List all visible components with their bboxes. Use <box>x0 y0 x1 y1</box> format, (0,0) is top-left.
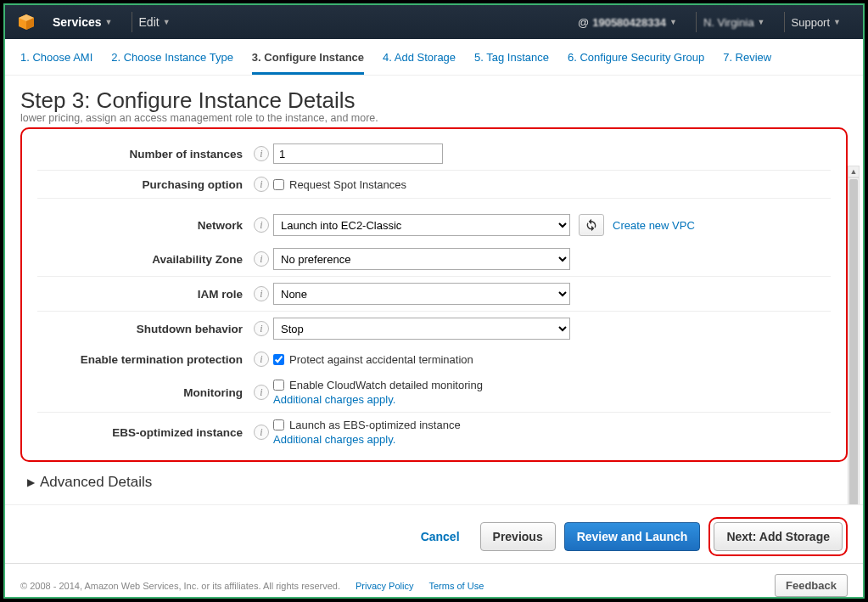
previous-button[interactable]: Previous <box>480 522 556 551</box>
next-button-highlight: Next: Add Storage <box>708 517 848 556</box>
info-icon[interactable]: i <box>254 425 269 440</box>
termination-protection-checkbox[interactable] <box>273 354 284 365</box>
step-add-storage[interactable]: 4. Add Storage <box>383 51 456 75</box>
request-spot-label: Request Spot Instances <box>289 178 406 191</box>
info-icon[interactable]: i <box>254 352 269 367</box>
caret-down-icon: ▼ <box>163 18 171 26</box>
num-instances-label: Number of instances <box>37 148 249 160</box>
info-icon[interactable]: i <box>254 146 269 161</box>
highlighted-form-area: Number of instances i Purchasing option … <box>20 127 848 462</box>
info-icon[interactable]: i <box>254 385 269 400</box>
cancel-button[interactable]: Cancel <box>409 522 472 551</box>
scrollbar-track[interactable] <box>848 177 860 504</box>
scrollbar-thumb[interactable] <box>849 179 858 504</box>
account-id: 190580428334 <box>592 16 666 29</box>
main-content: Step 3: Configure Instance Details lower… <box>5 76 863 504</box>
info-icon[interactable]: i <box>254 217 269 233</box>
scroll-up-arrow[interactable]: ▲ <box>848 166 860 177</box>
at-sign: @ <box>578 16 589 29</box>
copyright-text: © 2008 - 2014, Amazon Web Services, Inc.… <box>20 581 340 591</box>
step-configure-security-group[interactable]: 6. Configure Security Group <box>568 51 704 75</box>
availability-zone-select[interactable]: No preference <box>273 248 570 270</box>
refresh-icon <box>585 218 598 232</box>
availability-zone-label: Availability Zone <box>37 253 249 266</box>
termination-protection-label: Enable termination protection <box>37 353 249 366</box>
region-label: N. Virginia <box>703 16 754 29</box>
shutdown-behavior-select[interactable]: Stop <box>273 318 570 340</box>
shutdown-behavior-label: Shutdown behavior <box>37 323 249 335</box>
refresh-button[interactable] <box>579 214 604 236</box>
caret-down-icon: ▼ <box>669 18 677 26</box>
caret-down-icon: ▼ <box>758 18 765 26</box>
info-icon[interactable]: i <box>254 177 269 192</box>
network-label: Network <box>37 219 249 232</box>
privacy-policy-link[interactable]: Privacy Policy <box>356 581 413 591</box>
services-label: Services <box>53 15 102 29</box>
purchasing-option-label: Purchasing option <box>37 178 249 191</box>
wizard-steps: 1. Choose AMI 2. Choose Instance Type 3.… <box>5 39 863 76</box>
footer-actions: Cancel Previous Review and Launch Next: … <box>5 504 863 563</box>
step-tag-instance[interactable]: 5. Tag Instance <box>474 51 549 75</box>
ebs-optimized-checkbox[interactable] <box>273 419 284 430</box>
monitoring-checkbox[interactable] <box>273 380 284 391</box>
advanced-details-label: Advanced Details <box>40 474 152 491</box>
termination-protection-text: Protect against accidental termination <box>289 353 473 366</box>
caret-down-icon: ▼ <box>105 18 113 26</box>
aws-topbar: Services ▼ Edit ▼ @ 190580428334 ▼ N. Vi… <box>5 5 863 39</box>
edit-label: Edit <box>139 15 160 29</box>
step-choose-instance-type[interactable]: 2. Choose Instance Type <box>111 51 233 75</box>
aws-logo-icon <box>15 11 37 33</box>
step-review[interactable]: 7. Review <box>723 51 771 75</box>
support-label: Support <box>792 16 831 29</box>
create-vpc-link[interactable]: Create new VPC <box>613 219 695 232</box>
services-menu[interactable]: Services ▼ <box>53 15 113 29</box>
region-menu[interactable]: N. Virginia ▼ <box>703 16 765 29</box>
support-menu[interactable]: Support ▼ <box>792 16 841 29</box>
page-subtitle: lower pricing, assign an access manageme… <box>20 112 848 124</box>
account-menu[interactable]: @ 190580428334 ▼ <box>578 16 677 29</box>
edit-menu[interactable]: Edit ▼ <box>139 15 171 29</box>
num-instances-input[interactable] <box>273 143 443 164</box>
iam-role-label: IAM role <box>37 288 249 301</box>
page-title: Step 3: Configure Instance Details <box>20 87 848 114</box>
advanced-details-toggle[interactable]: ▶ Advanced Details <box>20 462 848 499</box>
monitoring-text: Enable CloudWatch detailed monitoring <box>289 379 483 391</box>
caret-down-icon: ▼ <box>833 18 841 26</box>
network-select[interactable]: Launch into EC2-Classic <box>273 214 570 236</box>
review-and-launch-button[interactable]: Review and Launch <box>564 522 701 551</box>
divider <box>696 12 697 32</box>
monitoring-label: Monitoring <box>37 386 249 399</box>
feedback-button[interactable]: Feedback <box>775 574 848 597</box>
iam-role-select[interactable]: None <box>273 283 570 305</box>
ebs-charges-link[interactable]: Additional charges apply. <box>273 433 395 446</box>
divider <box>132 12 132 32</box>
step-choose-ami[interactable]: 1. Choose AMI <box>20 51 92 75</box>
divider <box>784 12 785 32</box>
caret-right-icon: ▶ <box>27 476 35 488</box>
ebs-optimized-label: EBS-optimized instance <box>37 426 249 439</box>
info-icon[interactable]: i <box>254 251 269 267</box>
terms-of-use-link[interactable]: Terms of Use <box>428 581 484 591</box>
request-spot-checkbox[interactable] <box>273 179 284 190</box>
ebs-optimized-text: Launch as EBS-optimized instance <box>289 419 461 431</box>
monitoring-charges-link[interactable]: Additional charges apply. <box>273 393 395 406</box>
info-icon[interactable]: i <box>254 286 269 301</box>
footer-copyright: © 2008 - 2014, Amazon Web Services, Inc.… <box>5 563 863 597</box>
next-add-storage-button[interactable]: Next: Add Storage <box>714 522 843 551</box>
info-icon[interactable]: i <box>254 321 269 336</box>
step-configure-instance[interactable]: 3. Configure Instance <box>252 51 364 75</box>
